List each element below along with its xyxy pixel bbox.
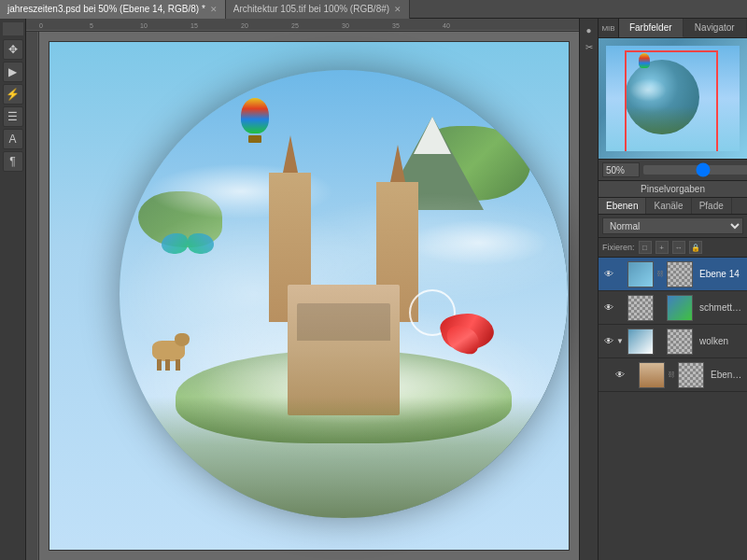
globe	[120, 70, 568, 518]
lock-position-btn[interactable]: ↔	[672, 241, 685, 254]
nav-preview-bg	[606, 46, 740, 151]
play-tool[interactable]: ▶	[3, 62, 23, 82]
svg-text:30: 30	[342, 22, 349, 29]
canvas-image[interactable]	[49, 41, 570, 551]
svg-text:0: 0	[39, 22, 43, 29]
layer-name-schmetterling: schmetterling	[696, 302, 743, 313]
svg-text:20: 20	[241, 22, 248, 29]
zoom-input[interactable]: 50%	[602, 162, 640, 177]
butterfly-wing-right	[188, 233, 214, 254]
nav-balloon	[639, 53, 650, 68]
layer-row-ebene14[interactable]: 👁 ⛓ Ebene 14	[599, 258, 747, 291]
layer-thumb-ebene14-main	[627, 261, 654, 287]
layer-thumb-ebene9-mask	[678, 362, 704, 388]
svg-text:5: 5	[90, 22, 93, 29]
main-layout: ✥ ▶ ⚡ ☰ A ¶ 0 5 10 15 20 25 30 35 40	[0, 19, 747, 560]
svg-text:35: 35	[392, 22, 400, 29]
svg-text:10: 10	[140, 22, 148, 29]
ruler-vertical	[26, 32, 39, 560]
cow-leg-2	[165, 359, 170, 371]
layer-thumb-wolken-main	[627, 329, 654, 355]
brush-tool-btn[interactable]: ●	[582, 22, 597, 37]
right-panel: MIB Farbfelder Navigator	[598, 19, 747, 560]
layer-row-schmetterling[interactable]: 👁 schmetterling	[599, 291, 747, 325]
ruler-corner	[3, 22, 23, 35]
layer-thumb-ebene14-mask	[667, 261, 693, 287]
layer-thumb-schmetterling-mask	[667, 295, 693, 321]
layers-tabs: Ebenen Kanäle Pfade	[599, 198, 747, 215]
tab-label-architektur: Architektur 105.tif bei 100% (RGB/8#)	[233, 4, 389, 14]
hot-air-balloon	[241, 98, 269, 143]
tab-farbfelder[interactable]: Farbfelder	[619, 19, 684, 37]
lock-row: Fixieren: □ + ↔ 🔒	[599, 238, 747, 258]
layers-tool[interactable]: ☰	[3, 106, 23, 127]
layer-eye-schmetterling[interactable]: 👁	[602, 301, 615, 315]
panel-top-row: MIB Farbfelder Navigator	[599, 19, 747, 38]
balloon-basket	[248, 135, 261, 143]
cathedral	[269, 229, 418, 415]
layer-name-wolken: wolken	[696, 336, 743, 346]
paragraph-tool[interactable]: ¶	[3, 151, 23, 172]
svg-text:15: 15	[190, 22, 198, 29]
butterfly	[162, 233, 214, 256]
lock-label: Fixieren:	[602, 243, 635, 252]
text-tool[interactable]: A	[3, 129, 23, 149]
tower-spire-right	[390, 145, 405, 182]
close-tab-architektur[interactable]: ✕	[394, 5, 402, 14]
right-tool-strip: ● ✂	[579, 19, 598, 560]
zoom-slider[interactable]	[643, 165, 747, 175]
cow-body	[152, 341, 185, 361]
cow-leg-1	[157, 359, 162, 371]
cow-leg-3	[176, 359, 180, 371]
balloon-envelope	[241, 98, 269, 133]
layer-eye-ebene9[interactable]: 👁	[613, 369, 627, 382]
mid-label: MIB	[599, 19, 619, 37]
move-tool[interactable]: ✥	[3, 39, 23, 60]
canvas-wrapper: 0 5 10 15 20 25 30 35 40	[26, 19, 579, 560]
layer-name-ebene9: Ebene 9 k...	[707, 370, 743, 380]
terrain	[120, 397, 568, 518]
lock-pixels-btn[interactable]: +	[655, 241, 669, 254]
close-tab-jahreszeiten[interactable]: ✕	[210, 5, 218, 14]
layer-thumb-ebene9-main	[639, 362, 665, 388]
red-figure	[442, 313, 493, 369]
tab-kanaele[interactable]: Kanäle	[646, 198, 691, 214]
panel-tab-group: Farbfelder Navigator	[619, 19, 747, 37]
layer-chain-ebene14: ⛓	[656, 261, 664, 287]
cathedral-body	[288, 285, 400, 415]
layer-chain-schmetterling	[656, 295, 664, 321]
layer-chain-wolken	[656, 329, 664, 355]
layer-row-ebene9[interactable]: 👁 ⛓ Ebene 9 k...	[599, 358, 747, 392]
svg-text:25: 25	[291, 22, 299, 29]
cow	[152, 341, 190, 369]
layer-chain-ebene9: ⛓	[668, 362, 675, 388]
tab-label-jahreszeiten: jahreszeiten3.psd bei 50% (Ebene 14, RGB…	[7, 4, 205, 14]
tab-architektur[interactable]: Architektur 105.tif bei 100% (RGB/8#) ✕	[226, 0, 410, 19]
layer-expand-ebene9[interactable]	[627, 369, 636, 382]
zoom-control: 50%	[599, 160, 747, 181]
tower-spire-left	[283, 135, 298, 173]
layer-expand-ebene14[interactable]	[615, 268, 625, 281]
blend-mode-select[interactable]: Normal	[602, 217, 743, 234]
tab-ebenen[interactable]: Ebenen	[599, 198, 646, 214]
svg-text:40: 40	[443, 22, 450, 29]
layer-row-wolken[interactable]: 👁 ▼ wolken	[599, 325, 747, 358]
lasso-tool[interactable]: ⚡	[3, 84, 23, 105]
layer-eye-ebene14[interactable]: 👁	[602, 268, 615, 281]
brush-presets-btn[interactable]: Pinselvorgaben	[599, 181, 747, 198]
tab-navigator[interactable]: Navigator	[684, 19, 748, 37]
lock-all-btn[interactable]: 🔒	[689, 241, 702, 254]
canvas-background[interactable]	[39, 32, 579, 560]
cloud-2	[409, 219, 549, 266]
left-toolbar: ✥ ▶ ⚡ ☰ A ¶	[0, 19, 26, 560]
tab-jahreszeiten[interactable]: jahreszeiten3.psd bei 50% (Ebene 14, RGB…	[0, 0, 226, 19]
navigator-preview	[599, 38, 747, 160]
layer-expand-schmetterling[interactable]	[615, 301, 625, 315]
lock-transparent-btn[interactable]: □	[639, 241, 652, 254]
tab-pfade[interactable]: Pfade	[692, 198, 732, 214]
butterfly-wing-left	[162, 233, 188, 254]
layer-name-ebene14: Ebene 14	[696, 269, 743, 279]
cut-tool-btn[interactable]: ✂	[582, 39, 597, 54]
layer-eye-wolken[interactable]: 👁	[602, 335, 615, 348]
layer-expand-wolken[interactable]: ▼	[615, 335, 625, 348]
